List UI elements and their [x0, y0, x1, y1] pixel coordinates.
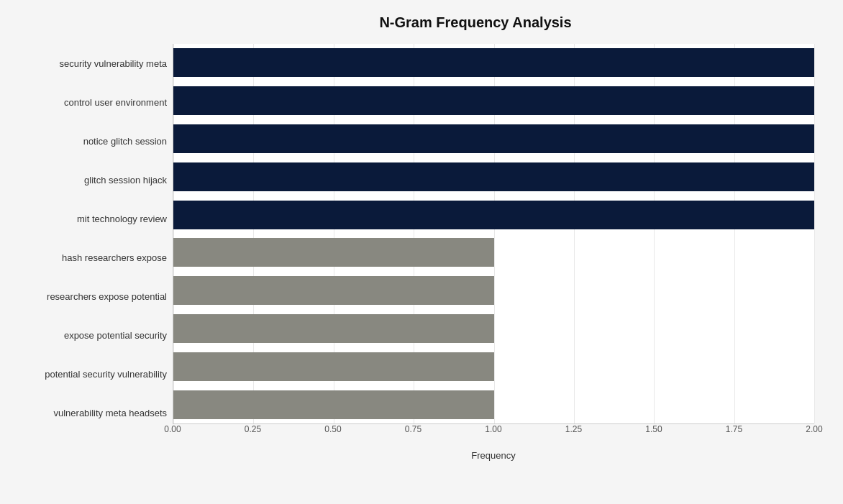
bar-row [173, 386, 814, 423]
bar-row [173, 158, 814, 196]
y-label: security vulnerability meta [7, 45, 173, 82]
x-tick: 2.00 [806, 424, 822, 434]
x-axis: 0.000.250.500.751.001.251.501.752.00 [173, 424, 814, 444]
x-tick: 1.25 [565, 424, 582, 434]
bar [173, 124, 814, 153]
bar-row [173, 348, 814, 385]
bar [173, 390, 494, 419]
chart-container: N-Gram Frequency Analysis security vulne… [0, 0, 843, 504]
y-label: researchers expose potential [7, 278, 173, 315]
bar [173, 48, 814, 77]
bar [173, 201, 814, 229]
bar-row [173, 310, 814, 347]
bar-row [173, 234, 814, 271]
bar [173, 314, 494, 343]
bar [173, 238, 494, 267]
bar [173, 352, 494, 381]
chart-area: security vulnerability metacontrol user … [7, 44, 814, 461]
y-label: mit technology review [7, 200, 173, 237]
bar-row [173, 196, 814, 234]
x-tick: 0.25 [245, 424, 261, 434]
bar-row [173, 272, 814, 309]
bar-row [173, 44, 814, 81]
y-label: vulnerability meta headsets [7, 394, 173, 431]
bar [173, 162, 814, 191]
x-tick: 0.75 [405, 424, 422, 434]
x-tick: 0.00 [164, 424, 181, 434]
chart-title: N-Gram Frequency Analysis [137, 14, 814, 31]
y-label: hash researchers expose [7, 239, 173, 276]
x-tick: 0.50 [324, 424, 341, 434]
plot-area: 0.000.250.500.751.001.251.501.752.00 Fre… [173, 44, 814, 461]
x-tick: 1.50 [645, 424, 662, 434]
bar [173, 86, 814, 115]
y-label: control user environment [7, 83, 173, 121]
bar-row [173, 82, 814, 119]
bars-wrapper [173, 44, 814, 424]
y-label: expose potential security [7, 316, 173, 354]
y-axis: security vulnerability metacontrol user … [7, 44, 173, 461]
x-tick: 1.75 [726, 424, 742, 434]
bar [173, 276, 494, 305]
grid-line [814, 44, 815, 423]
x-axis-title: Frequency [173, 450, 814, 461]
y-label: glitch session hijack [7, 161, 173, 198]
y-label: potential security vulnerability [7, 355, 173, 393]
y-label: notice glitch session [7, 122, 173, 160]
x-tick: 1.00 [485, 424, 501, 434]
bar-row [173, 120, 814, 157]
